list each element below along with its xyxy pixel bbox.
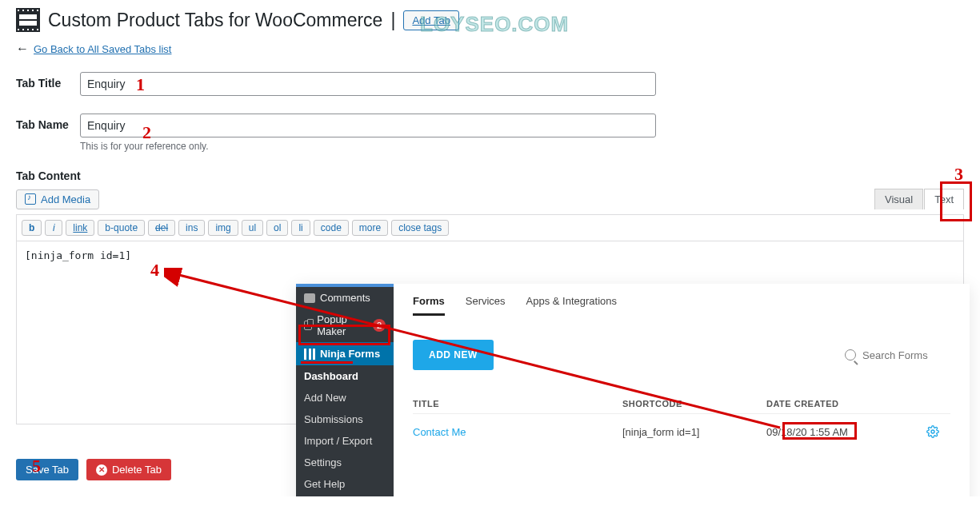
nf-tab-forms[interactable]: Forms <box>413 295 445 316</box>
submenu-item-get-help[interactable]: Get Help <box>296 473 394 495</box>
save-tab-button[interactable]: Save Tab <box>16 459 78 480</box>
nf-col-title: TITLE <box>413 399 622 408</box>
quicktags-toolbar: b i link b-quote del ins img ul ol li co… <box>16 214 964 241</box>
tab-content-label: Tab Content <box>16 169 964 182</box>
qt-bquote[interactable]: b-quote <box>98 220 145 236</box>
add-media-label: Add Media <box>41 193 90 205</box>
editor-tab-visual[interactable]: Visual <box>874 189 923 209</box>
popup-maker-icon <box>304 321 312 330</box>
ninja-forms-overlay: Comments Popup Maker 2 Ninja Forms Dashb… <box>296 284 970 496</box>
nf-search-input[interactable] <box>862 349 950 361</box>
add-media-button[interactable]: Add Media <box>16 189 99 209</box>
qt-ul[interactable]: ul <box>242 220 263 236</box>
wp-admin-submenu: Comments Popup Maker 2 Ninja Forms Dashb… <box>296 284 394 496</box>
qt-bold[interactable]: b <box>22 220 42 236</box>
qt-code[interactable]: code <box>314 220 349 236</box>
delete-tab-button[interactable]: ✕ Delete Tab <box>86 459 171 480</box>
qt-li[interactable]: li <box>291 220 310 236</box>
nf-add-new-button[interactable]: ADD NEW <box>413 340 494 370</box>
gear-icon[interactable] <box>926 425 939 438</box>
nf-search[interactable] <box>845 349 950 361</box>
qt-ins[interactable]: ins <box>178 220 205 236</box>
tab-name-help: This is for your reference only. <box>80 141 656 152</box>
tab-title-input[interactable] <box>80 72 656 96</box>
nf-row-shortcode: [ninja_form id=1] <box>622 426 766 438</box>
submenu-ninja-forms[interactable]: Ninja Forms <box>296 342 394 365</box>
media-icon <box>25 193 36 205</box>
search-icon <box>845 349 856 361</box>
plugin-icon <box>16 8 40 32</box>
nf-col-date: DATE CREATED <box>766 399 926 408</box>
submenu-comments[interactable]: Comments <box>296 287 394 309</box>
delete-x-icon: ✕ <box>96 464 107 476</box>
qt-more[interactable]: more <box>352 220 388 236</box>
qt-img[interactable]: img <box>208 220 238 236</box>
back-arrow-icon: ← <box>16 42 29 56</box>
page-title: Custom Product Tabs for WooCommerce | Ad… <box>48 10 459 31</box>
submenu-item-add-new[interactable]: Add New <box>296 387 394 408</box>
tab-name-input[interactable] <box>80 114 656 137</box>
nf-tab-apps[interactable]: Apps & Integrations <box>526 295 617 316</box>
submenu-comments-label: Comments <box>320 292 370 304</box>
qt-close[interactable]: close tags <box>391 220 449 236</box>
nf-row-title[interactable]: Contact Me <box>413 426 622 438</box>
submenu-item-submissions[interactable]: Submissions <box>296 408 394 430</box>
editor-tab-text[interactable]: Text <box>924 189 964 209</box>
delete-tab-label: Delete Tab <box>112 464 162 476</box>
submenu-popup-maker[interactable]: Popup Maker 2 <box>296 309 394 342</box>
back-link[interactable]: Go Back to All Saved Tabs list <box>34 43 171 55</box>
qt-ol[interactable]: ol <box>266 220 288 236</box>
submenu-item-dashboard[interactable]: Dashboard <box>296 365 394 387</box>
svg-point-0 <box>931 430 934 433</box>
add-tab-button[interactable]: Add Tab <box>403 10 458 30</box>
submenu-ninja-forms-label: Ninja Forms <box>320 348 380 360</box>
nf-tab-services[interactable]: Services <box>466 295 506 316</box>
nf-row-date: 09/18/20 1:55 AM <box>766 426 926 438</box>
submenu-item-settings[interactable]: Settings <box>296 452 394 473</box>
tab-title-label: Tab Title <box>16 72 80 90</box>
ninja-forms-icon <box>304 349 315 360</box>
qt-italic[interactable]: i <box>45 220 62 236</box>
ninja-forms-dashboard: Forms Services Apps & Integrations ADD N… <box>394 284 970 496</box>
comments-icon <box>304 293 315 303</box>
nf-col-shortcode: SHORTCODE <box>622 399 766 408</box>
submenu-item-import-export[interactable]: Import / Export <box>296 430 394 452</box>
tab-name-label: Tab Name <box>16 114 80 131</box>
submenu-popup-maker-label: Popup Maker <box>317 313 368 337</box>
qt-link[interactable]: link <box>66 220 94 236</box>
nf-form-row: Contact Me [ninja_form id=1] 09/18/20 1:… <box>413 414 950 449</box>
popup-maker-badge: 2 <box>373 319 386 332</box>
qt-del[interactable]: del <box>148 220 175 236</box>
submenu-item-addons[interactable]: Add-Ons <box>296 495 394 496</box>
